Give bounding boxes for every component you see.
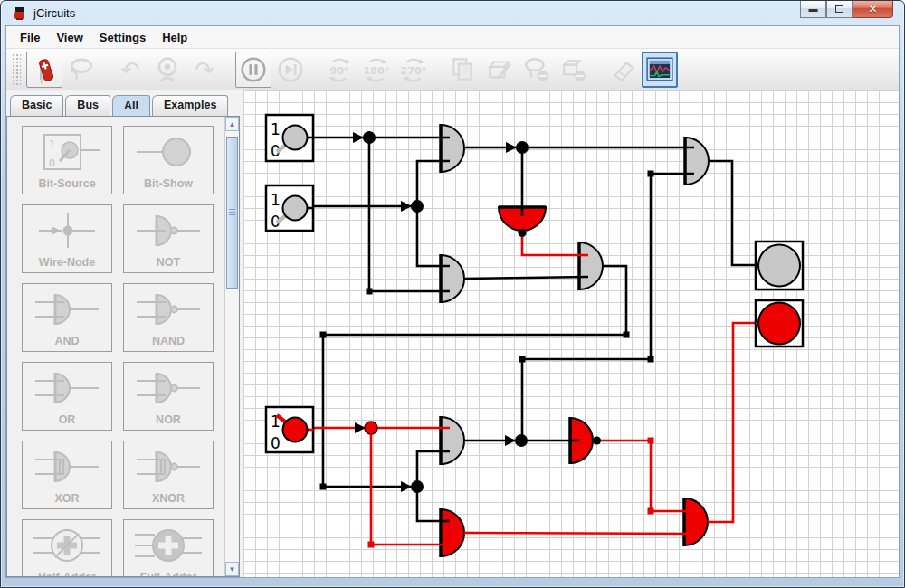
xnor-gate-icon [124, 441, 213, 492]
bit-source-icon: 10 [23, 127, 111, 177]
and-gate-1[interactable] [441, 124, 464, 173]
and-gate-2[interactable] [441, 254, 464, 303]
menu-help[interactable]: Help [154, 28, 195, 47]
and-gate-3[interactable] [579, 242, 603, 290]
wire-joint [648, 356, 654, 363]
app-icon [13, 6, 27, 21]
undo-button[interactable]: ↶ [112, 52, 148, 88]
edit-component-button[interactable] [481, 52, 518, 88]
svg-text:1: 1 [49, 138, 55, 150]
nand-gate-icon [124, 284, 213, 335]
palette-scrollbar: ▲ ▼ [224, 117, 239, 576]
menu-view[interactable]: View [48, 28, 90, 47]
inversion-dot [593, 436, 601, 444]
minimize-button[interactable]: ▬ [800, 1, 826, 18]
wire-joint [648, 438, 654, 444]
toolbar-drag-handle[interactable] [12, 53, 21, 86]
wire-arrow [401, 481, 412, 492]
wire [522, 174, 694, 441]
palette-item-full-adder[interactable]: Full-Adder [123, 519, 214, 576]
close-button[interactable]: ✕ [853, 1, 893, 18]
svg-text:1: 1 [271, 191, 281, 209]
menu-file[interactable]: File [12, 28, 48, 47]
component-tool-button[interactable] [26, 52, 62, 88]
title-bar[interactable]: jCircuits ▬✕ [5, 1, 900, 25]
menu-settings[interactable]: Settings [91, 28, 154, 47]
bit-source-c[interactable]: 10 [266, 407, 313, 452]
svg-text:0: 0 [49, 157, 55, 169]
tab-bus[interactable]: Bus [65, 95, 110, 116]
eraser-icon [607, 55, 638, 84]
palette-item-label: Bit-Show [144, 177, 193, 190]
or-gate-icon [23, 363, 111, 413]
tab-all[interactable]: All [112, 95, 150, 116]
menu-bar: FileViewSettingsHelp [6, 26, 899, 49]
not-gate-icon [124, 205, 213, 256]
tab-basic[interactable]: Basic [10, 95, 63, 116]
bit-source-b[interactable]: 10 [266, 185, 313, 231]
redo-button[interactable]: ↷ [186, 52, 223, 88]
pause-simulation-button[interactable] [235, 52, 272, 88]
wire-joint [648, 508, 654, 515]
wire-joint [648, 171, 654, 177]
palette-item-not[interactable]: NOT [123, 204, 214, 273]
wire-node [363, 131, 376, 144]
and-gate-7[interactable] [684, 498, 708, 546]
step-forward-icon [275, 55, 306, 84]
palette-item-xnor[interactable]: XNOR [123, 441, 214, 509]
palette-item-nor[interactable]: NOR [123, 362, 214, 431]
palette-item-and[interactable]: AND [22, 283, 112, 352]
scrollbar-track[interactable] [225, 131, 239, 562]
rotate-90-button[interactable]: 90° [321, 52, 357, 88]
palette-item-or[interactable]: OR [22, 362, 112, 431]
palette-item-half-adder[interactable]: Half-Adder [22, 519, 112, 576]
scroll-down-button[interactable]: ▼ [225, 562, 239, 576]
lasso-icon [66, 55, 97, 84]
window-title: jCircuits [33, 6, 75, 20]
snapshot-button[interactable] [149, 52, 186, 88]
scroll-up-button[interactable]: ▲ [225, 117, 239, 131]
wire [709, 161, 756, 265]
wire-node [515, 434, 528, 447]
rotate-180-button[interactable]: 180° [358, 52, 395, 88]
step-simulation-button[interactable] [272, 52, 309, 88]
palette-item-label: Bit-Source [38, 177, 95, 190]
scrollbar-thumb[interactable] [226, 137, 238, 289]
window-controls: ▬✕ [800, 1, 893, 18]
palette-item-bit-show[interactable]: Bit-Show [123, 126, 214, 194]
palette-item-bit-source[interactable]: 10 Bit-Source [22, 126, 112, 194]
palette-item-label: XOR [54, 492, 79, 505]
deselect-button[interactable] [519, 52, 555, 88]
wire [464, 533, 693, 534]
and-gate-4[interactable] [685, 137, 709, 185]
lasso-minus-icon [521, 55, 552, 84]
and-gate-5[interactable] [441, 416, 464, 465]
lasso-select-button[interactable] [63, 52, 100, 88]
palette-item-wire-node[interactable]: Wire-Node [22, 204, 112, 273]
svg-text:↶: ↶ [120, 55, 139, 82]
camera-icon [152, 55, 183, 84]
copy-button[interactable] [444, 52, 481, 88]
palette-item-label: OR [59, 413, 76, 426]
oscilloscope-button[interactable] [642, 52, 678, 88]
palette-item-xor[interactable]: XOR [22, 441, 112, 509]
circuit-canvas[interactable]: 101010 [243, 90, 899, 577]
wire-joint [519, 356, 526, 363]
bit-show-bottom[interactable] [756, 300, 803, 346]
palette-item-nand[interactable]: NAND [123, 283, 214, 352]
palette-item-label: Half-Adder [38, 571, 96, 576]
bit-show-top[interactable] [756, 242, 803, 289]
eraser-button[interactable] [605, 52, 641, 88]
pause-icon [238, 55, 269, 84]
delete-component-icon [558, 55, 589, 84]
bit-source-a[interactable]: 10 [266, 115, 313, 161]
wire-node [411, 480, 424, 493]
delete-component-button[interactable] [556, 52, 592, 88]
svg-text:↷: ↷ [195, 55, 214, 82]
maximize-button[interactable] [826, 1, 853, 18]
and-gate-6[interactable] [441, 508, 464, 557]
tab-examples[interactable]: Examples [152, 95, 228, 116]
wire-node [516, 141, 529, 154]
wire [598, 441, 693, 511]
rotate-270-button[interactable]: 270° [395, 52, 432, 88]
